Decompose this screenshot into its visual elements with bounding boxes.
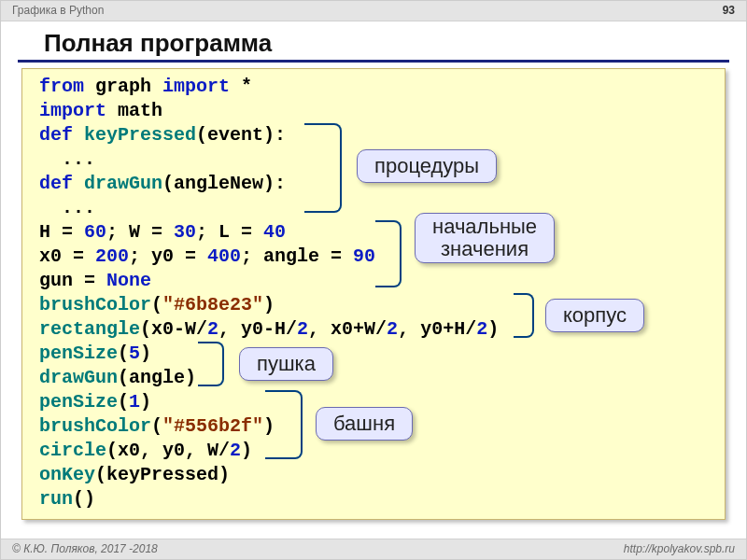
txt: ; angle = [241, 245, 353, 267]
code-line: from graph import * [39, 75, 715, 99]
code-line: run() [39, 487, 715, 511]
brace-icon [304, 123, 342, 213]
topbar: Графика в Python 93 [1, 1, 746, 21]
txt: (keyPressed) [95, 464, 230, 485]
fn: circle [39, 440, 106, 461]
slide: Графика в Python 93 Полная программа fro… [0, 0, 747, 560]
txt: ; W = [106, 221, 174, 243]
kw-import: import [39, 100, 106, 121]
txt: ) [241, 440, 252, 461]
code-line: circle(x0, y0, W/2) [39, 439, 715, 463]
page-number: 93 [723, 4, 735, 21]
num: 2 [297, 318, 308, 340]
txt: gun = [39, 270, 106, 291]
sig: (event): [196, 124, 286, 146]
txt: , x0+W/ [308, 318, 387, 340]
code-line: import math [39, 99, 715, 123]
footer-right: http://kpolyakov.spb.ru [624, 542, 735, 559]
kw-none: None [106, 270, 151, 291]
pun: ) [140, 391, 151, 413]
num: 5 [129, 343, 140, 364]
txt: (x0-W/ [140, 318, 207, 340]
num: 1 [129, 391, 140, 413]
fn: onKey [39, 464, 95, 485]
fn: penSize [39, 343, 118, 364]
kw-def: def [39, 173, 73, 194]
kw-import: import [162, 76, 230, 97]
num: 90 [353, 245, 375, 267]
callout-body: корпус [545, 299, 644, 332]
num: 400 [207, 245, 241, 267]
code-line: drawGun(angle) [39, 366, 715, 390]
callout-procedures: процедуры [357, 149, 497, 183]
txt: H = [39, 221, 84, 243]
str: "#556b2f" [162, 415, 263, 437]
txt: , y0+H/ [398, 318, 476, 340]
fn: drawGun [39, 367, 118, 388]
brace-icon [375, 220, 402, 287]
txt: (x0, y0, W/ [106, 440, 230, 461]
brace-icon [265, 390, 303, 459]
sig: (angleNew): [162, 173, 286, 194]
callout-gun: пушка [239, 347, 333, 381]
pun: ) [263, 294, 275, 315]
num: 40 [263, 221, 286, 243]
txt: (angle) [118, 367, 196, 388]
num: 2 [207, 318, 218, 340]
footer-left: © К.Ю. Поляков, 2017 -2018 [12, 542, 158, 559]
slide-title: Полная программа [18, 21, 729, 63]
txt: ; y0 = [129, 245, 207, 267]
callout-initial: начальные значения [415, 213, 555, 263]
fn: brushColor [39, 415, 151, 437]
fn: penSize [39, 391, 118, 413]
pun: ( [151, 415, 162, 437]
num: 30 [174, 221, 196, 243]
num: 60 [84, 221, 106, 243]
fn: brushColor [39, 294, 151, 315]
fn: rectangle [39, 318, 140, 340]
fn-drawgun: drawGun [84, 173, 162, 194]
txt: () [73, 488, 95, 510]
pun: ( [118, 391, 129, 413]
num: 2 [387, 318, 398, 340]
code-line: onKey(keyPressed) [39, 463, 715, 487]
mod-graph: graph [95, 76, 151, 97]
txt: x0 = [39, 245, 95, 267]
mod-math: math [106, 100, 162, 121]
kw-def: def [39, 124, 73, 146]
num: 2 [230, 440, 241, 461]
code-line: penSize(5) [39, 342, 715, 366]
brace-icon [198, 342, 224, 386]
txt: ) [487, 318, 499, 340]
code-line: def keyPressed(event): [39, 123, 715, 147]
pun: ( [151, 294, 162, 315]
txt: ; L = [196, 221, 263, 243]
brace-icon [514, 293, 534, 338]
fn: run [39, 488, 73, 510]
callout-tower: башня [316, 407, 413, 441]
fn-keypressed: keyPressed [84, 124, 196, 146]
pun: ) [140, 343, 151, 364]
num: 2 [476, 318, 487, 340]
txt: , y0-H/ [218, 318, 297, 340]
code-line: ... [39, 196, 715, 220]
star: * [230, 76, 252, 97]
footer: © К.Ю. Поляков, 2017 -2018 http://kpolya… [1, 539, 746, 559]
num: 200 [95, 245, 129, 267]
str: "#6b8e23" [162, 294, 263, 315]
code-block: from graph import * import math def keyP… [21, 68, 726, 520]
pun: ( [118, 343, 129, 364]
kw-from: from [39, 76, 84, 97]
topbar-left: Графика в Python [12, 4, 104, 21]
